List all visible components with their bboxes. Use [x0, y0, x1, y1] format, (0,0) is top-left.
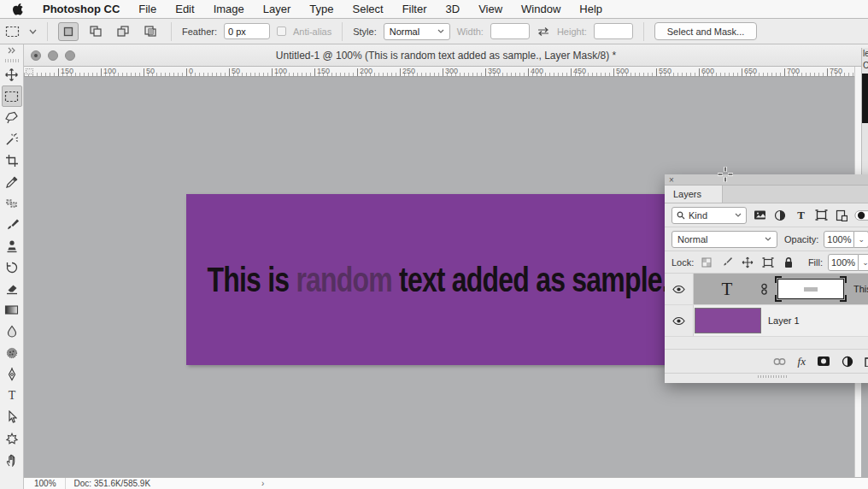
intersect-selection-button[interactable]: [140, 22, 161, 41]
menu-image[interactable]: Image: [214, 3, 244, 15]
lock-pixels-icon[interactable]: [719, 256, 735, 268]
panel-close-icon[interactable]: ×: [669, 175, 674, 185]
layer-mask-thumbnail[interactable]: [775, 276, 847, 302]
layer-style-fx-icon[interactable]: fx: [798, 355, 806, 368]
new-selection-button[interactable]: [58, 22, 79, 41]
menu-view[interactable]: View: [478, 3, 502, 15]
select-and-mask-button[interactable]: Select and Mask...: [654, 22, 758, 40]
window-close-button[interactable]: [31, 50, 41, 61]
crop-tool[interactable]: [2, 150, 22, 171]
layer-name[interactable]: This: [853, 284, 868, 294]
type-tool[interactable]: T: [2, 385, 22, 406]
rectangular-marquee-tool[interactable]: [2, 85, 22, 107]
move-tool[interactable]: [2, 64, 22, 85]
menu-3d[interactable]: 3D: [446, 3, 460, 15]
ruler-label: 300: [445, 67, 458, 75]
visibility-toggle[interactable]: [665, 274, 694, 304]
ruler-label: 50: [146, 67, 155, 75]
add-layer-mask-icon[interactable]: [817, 356, 830, 367]
ruler-major-tick: [400, 68, 401, 76]
sponge-tool[interactable]: [2, 342, 22, 363]
style-select[interactable]: Normal: [384, 23, 450, 40]
filter-pixel-layers-icon[interactable]: [752, 209, 767, 221]
marquee-tool-preset-icon[interactable]: [5, 25, 22, 38]
opacity-dropdown-icon[interactable]: ⌄: [854, 231, 868, 248]
text-layer-thumbnail[interactable]: T: [694, 279, 760, 300]
menu-select[interactable]: Select: [352, 3, 383, 15]
window-minimize-button[interactable]: [48, 50, 58, 61]
window-zoom-button[interactable]: [65, 50, 75, 61]
hand-tool[interactable]: [2, 449, 22, 470]
menu-filter[interactable]: Filter: [402, 3, 427, 15]
clone-stamp-tool[interactable]: [2, 235, 22, 256]
new-group-icon[interactable]: [865, 356, 868, 367]
brush-tool[interactable]: [2, 214, 22, 235]
mask-content-mark: [804, 287, 818, 292]
mask-link-icon[interactable]: [760, 283, 768, 296]
ruler-major-tick: [357, 68, 358, 76]
fill-dropdown-icon[interactable]: ⌄: [859, 254, 868, 271]
gradient-tool[interactable]: [2, 299, 22, 321]
layer-row-fill[interactable]: Layer 1: [665, 305, 868, 337]
opacity-value[interactable]: 100%: [824, 231, 854, 248]
menu-window[interactable]: Window: [521, 3, 560, 15]
anti-alias-checkbox[interactable]: [277, 27, 286, 36]
right-dock-panel-edge[interactable]: le C: [861, 48, 868, 174]
feather-input[interactable]: [224, 23, 270, 39]
magic-wand-tool[interactable]: [2, 128, 22, 150]
pen-tool[interactable]: [2, 363, 22, 385]
visibility-toggle[interactable]: [665, 305, 694, 336]
anti-alias-label: Anti-alias: [293, 27, 331, 37]
new-adjustment-layer-icon[interactable]: [842, 356, 853, 368]
collapse-panel-icon[interactable]: [2, 44, 22, 56]
document-artboard[interactable]: This is random text added as sample.: [186, 194, 666, 365]
menu-edit[interactable]: Edit: [175, 3, 194, 15]
panel-resize-handle[interactable]: [665, 373, 868, 380]
lock-all-icon[interactable]: [781, 256, 796, 268]
ruler-major-tick: [613, 68, 614, 76]
layer-color-thumbnail[interactable]: [695, 308, 761, 333]
link-layers-icon[interactable]: [772, 356, 787, 367]
layer-row-text[interactable]: T This: [665, 274, 868, 305]
lasso-tool[interactable]: [2, 107, 22, 128]
add-to-selection-button[interactable]: [85, 22, 106, 41]
blend-mode-select[interactable]: Normal: [672, 231, 777, 248]
path-select-tool[interactable]: [2, 406, 22, 427]
height-input[interactable]: [594, 23, 633, 39]
status-options-chevron[interactable]: ›: [261, 479, 264, 488]
lock-transparency-icon[interactable]: [699, 257, 714, 268]
filter-toggle-switch[interactable]: [854, 209, 868, 221]
menu-help[interactable]: Help: [579, 3, 602, 15]
fill-value[interactable]: 100%: [828, 254, 859, 271]
subtract-from-selection-button[interactable]: [113, 22, 133, 41]
history-brush-tool[interactable]: [2, 256, 22, 278]
horizontal-ruler[interactable]: 1501005005010015020025030035040045050055…: [24, 67, 868, 77]
patch-tool[interactable]: [2, 192, 22, 214]
custom-shape-tool[interactable]: [2, 427, 22, 449]
menu-type[interactable]: Type: [309, 3, 333, 15]
zoom-level-field[interactable]: 100%: [24, 478, 66, 489]
toolbar-grip[interactable]: [5, 59, 19, 62]
filter-smart-objects-icon[interactable]: [834, 209, 849, 221]
eraser-tool[interactable]: [2, 278, 22, 299]
filter-shape-layers-icon[interactable]: [813, 209, 829, 221]
width-input[interactable]: [490, 23, 530, 39]
layers-panel-dragbar[interactable]: ×: [665, 174, 868, 186]
menu-bar: Photoshop CC File Edit Image Layer Type …: [0, 0, 868, 19]
document-titlebar[interactable]: Untitled-1 @ 100% (This is random text a…: [24, 44, 868, 67]
filter-type-layers-icon[interactable]: T: [793, 209, 808, 221]
lock-artboard-icon[interactable]: [760, 257, 776, 268]
lock-position-icon[interactable]: [740, 256, 755, 268]
filter-adjustment-layers-icon[interactable]: [772, 209, 788, 221]
eyedropper-tool[interactable]: [2, 171, 22, 192]
menu-file[interactable]: File: [138, 3, 156, 15]
filter-kind-select[interactable]: Kind: [672, 207, 747, 224]
layer-name[interactable]: Layer 1: [768, 315, 868, 326]
menu-layer[interactable]: Layer: [263, 3, 291, 15]
tab-layers[interactable]: Layers: [665, 186, 723, 203]
tool-preset-chevron-icon[interactable]: [29, 29, 37, 34]
swap-width-height-icon[interactable]: [537, 27, 550, 37]
blur-tool[interactable]: [2, 321, 22, 342]
apple-logo-icon[interactable]: [12, 3, 24, 15]
app-menu-photoshop[interactable]: Photoshop CC: [43, 3, 120, 15]
